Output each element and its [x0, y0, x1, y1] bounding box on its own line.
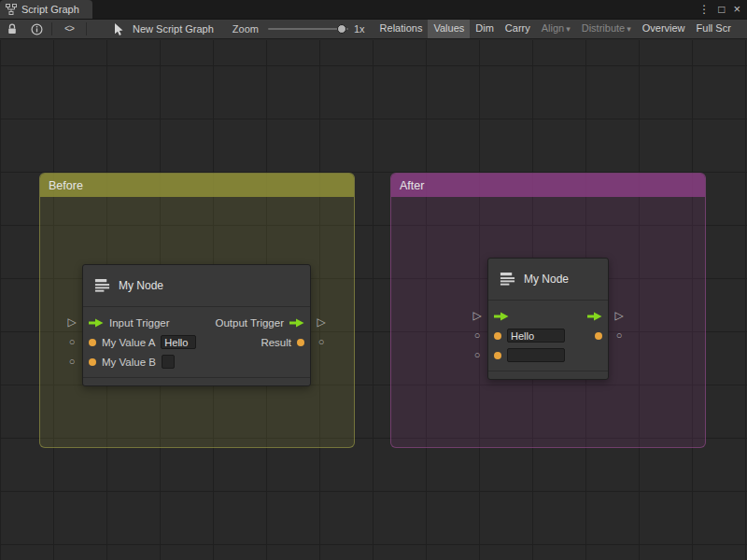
value-b-port[interactable]: ○ [471, 348, 484, 361]
input-trigger-label: Input Trigger [109, 317, 170, 329]
value-b-input[interactable] [507, 348, 565, 362]
carry-button[interactable]: Carry [500, 19, 536, 39]
window-maximize-button[interactable]: □ [718, 0, 725, 19]
output-trigger-label: Output Trigger [215, 317, 284, 329]
window-close-button[interactable]: × [733, 0, 740, 19]
window-menu-button[interactable]: ⋮ [698, 0, 710, 19]
zoom-slider[interactable] [268, 20, 348, 38]
value-b-dot-icon[interactable] [89, 358, 96, 366]
node-title: My Node [119, 279, 163, 292]
inspect-button[interactable] [28, 20, 45, 38]
node-footer [83, 377, 310, 385]
node-icon [94, 278, 110, 293]
value-a-dot-icon[interactable] [89, 339, 96, 346]
relations-button[interactable]: Relations [374, 19, 429, 39]
overview-button[interactable]: Overview [637, 19, 691, 39]
node-title: My Node [524, 273, 569, 286]
value-b-port[interactable]: ○ [65, 355, 78, 368]
trigger-row [488, 306, 608, 326]
graph-pointer-icon [110, 20, 127, 38]
result-dot-icon[interactable] [595, 332, 602, 340]
graph-toolbar: <> New Script Graph Zoom 1x Relations Va… [0, 19, 747, 39]
trigger-row: Input Trigger Output Trigger [83, 313, 310, 332]
group-after-header[interactable]: After [391, 174, 705, 197]
output-trigger-port[interactable]: ▷ [613, 309, 626, 322]
script-graph-window: Script Graph ⋮ □ × <> [0, 0, 747, 560]
node-body [488, 301, 608, 371]
value-a-input[interactable] [161, 335, 196, 349]
value-a-input[interactable] [507, 329, 565, 343]
info-icon [31, 23, 43, 35]
group-after-title: After [400, 179, 424, 192]
chevron-down-icon: ▾ [566, 24, 571, 34]
tab-script-graph[interactable]: Script Graph [0, 0, 92, 19]
value-b-input[interactable] [162, 355, 175, 369]
value-a-port[interactable]: ○ [65, 335, 78, 348]
node-icon [500, 272, 515, 287]
value-b-label: My Value B [102, 357, 156, 368]
value-a-row [488, 326, 608, 345]
node-my-node-before[interactable]: ▷ ○ ○ ▷ ○ My Node [82, 264, 311, 386]
flow-out-arrow-icon[interactable] [587, 312, 602, 321]
value-b-dot-icon[interactable] [494, 352, 501, 359]
align-dropdown[interactable]: Align▾ [536, 19, 576, 39]
chevron-down-icon: ▾ [627, 24, 631, 34]
node-header[interactable]: My Node [488, 259, 608, 301]
group-before-title: Before [49, 179, 83, 192]
toolbar-divider [86, 22, 87, 35]
value-a-row: My Value A Result [83, 332, 310, 352]
node-my-node-after[interactable]: ▷ ○ ○ ▷ ○ My Node [487, 258, 609, 380]
distribute-dropdown[interactable]: Distribute▾ [576, 19, 637, 39]
value-a-dot-icon[interactable] [494, 332, 501, 340]
node-footer [488, 371, 608, 379]
zoom-label: Zoom [233, 23, 259, 35]
tab-bar: Script Graph ⋮ □ × [0, 0, 747, 19]
flow-in-arrow-icon[interactable] [89, 318, 104, 328]
result-port[interactable]: ○ [613, 329, 626, 342]
value-a-label: My Value A [102, 337, 155, 348]
values-button[interactable]: Values [428, 19, 470, 39]
code-view-button[interactable]: <> [64, 24, 74, 35]
input-trigger-port[interactable]: ▷ [471, 309, 484, 322]
input-trigger-port[interactable]: ▷ [65, 315, 78, 329]
node-body: Input Trigger Output Trigger My Value A [83, 307, 310, 377]
window-controls: ⋮ □ × [698, 0, 747, 19]
output-trigger-port[interactable]: ▷ [315, 315, 328, 329]
graph-canvas[interactable]: Before After ▷ ○ ○ ▷ ○ My Node [0, 40, 747, 560]
value-b-row [488, 345, 608, 365]
dim-button[interactable]: Dim [470, 19, 500, 39]
lock-icon [7, 23, 18, 35]
result-dot-icon[interactable] [297, 339, 304, 346]
zoom-value: 1x [354, 23, 365, 35]
lock-button[interactable] [4, 20, 21, 38]
node-header[interactable]: My Node [83, 265, 310, 307]
result-label: Result [261, 337, 291, 348]
zoom-slider-handle[interactable] [337, 24, 346, 34]
value-a-port[interactable]: ○ [471, 329, 484, 342]
graph-icon [6, 4, 17, 15]
tab-title: Script Graph [21, 4, 79, 15]
value-b-row: My Value B [83, 352, 310, 371]
flow-in-arrow-icon[interactable] [494, 312, 509, 321]
toolbar-divider [51, 22, 52, 35]
result-port[interactable]: ○ [315, 335, 328, 348]
graph-title-label[interactable]: New Script Graph [133, 23, 214, 35]
group-before-header[interactable]: Before [40, 174, 354, 197]
flow-out-arrow-icon[interactable] [289, 318, 304, 328]
full-screen-button[interactable]: Full Scr [691, 19, 737, 39]
